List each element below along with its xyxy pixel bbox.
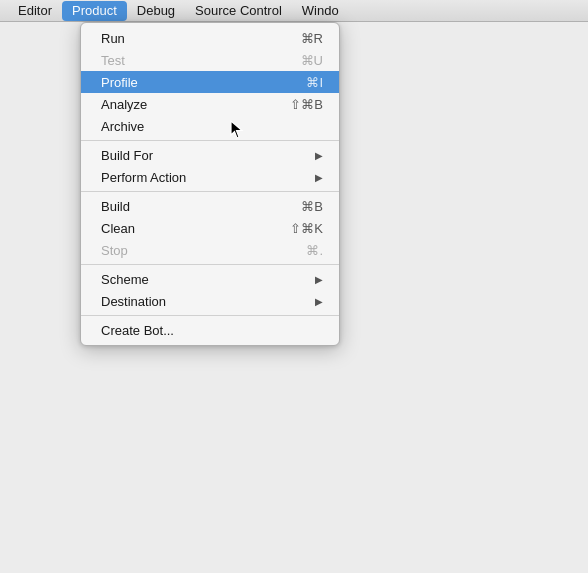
menu-item-analyze[interactable]: Analyze ⇧⌘B bbox=[81, 93, 339, 115]
menubar-item-product[interactable]: Product bbox=[62, 1, 127, 21]
menu-item-test[interactable]: Test ⌘U bbox=[81, 49, 339, 71]
menu-item-build-for[interactable]: Build For ▶ bbox=[81, 144, 339, 166]
menu-item-profile[interactable]: Profile ⌘I bbox=[81, 71, 339, 93]
menu-item-run[interactable]: Run ⌘R bbox=[81, 27, 339, 49]
separator-2 bbox=[81, 191, 339, 192]
menubar-item-window[interactable]: Windo bbox=[292, 1, 349, 21]
menu-item-archive[interactable]: Archive bbox=[81, 115, 339, 137]
menu-item-create-bot[interactable]: Create Bot... bbox=[81, 319, 339, 341]
menu-item-build[interactable]: Build ⌘B bbox=[81, 195, 339, 217]
menu-item-scheme[interactable]: Scheme ▶ bbox=[81, 268, 339, 290]
separator-4 bbox=[81, 315, 339, 316]
menu-item-perform-action[interactable]: Perform Action ▶ bbox=[81, 166, 339, 188]
separator-3 bbox=[81, 264, 339, 265]
menu-item-clean[interactable]: Clean ⇧⌘K bbox=[81, 217, 339, 239]
menubar-item-debug[interactable]: Debug bbox=[127, 1, 185, 21]
menubar-item-source-control[interactable]: Source Control bbox=[185, 1, 292, 21]
menubar-item-editor[interactable]: Editor bbox=[8, 1, 62, 21]
menu-item-stop[interactable]: Stop ⌘. bbox=[81, 239, 339, 261]
product-menu: Run ⌘R Test ⌘U Profile ⌘I Analyze ⇧⌘B Ar… bbox=[80, 22, 340, 346]
separator-1 bbox=[81, 140, 339, 141]
menu-item-destination[interactable]: Destination ▶ bbox=[81, 290, 339, 312]
menubar: Editor Product Debug Source Control Wind… bbox=[0, 0, 588, 22]
